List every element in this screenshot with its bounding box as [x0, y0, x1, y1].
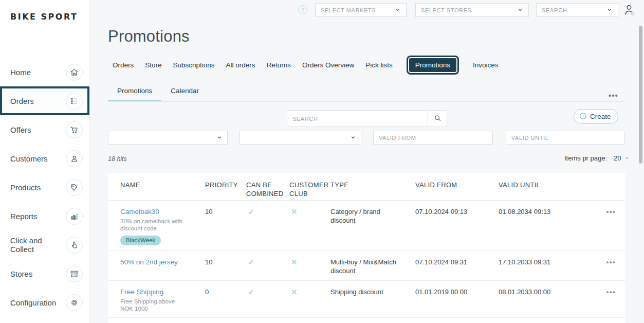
customer-icon: [66, 150, 83, 167]
tab-orders-overview[interactable]: Orders Overview: [302, 61, 354, 69]
chevron-down-icon: [606, 6, 613, 15]
cell-type: Category / brand discount: [330, 207, 415, 225]
sub-tab-bar: PromotionsCalendar: [108, 81, 208, 102]
cell-valid-until: 17.10.2033 09:31: [499, 258, 581, 266]
sidebar-item-label: Products: [10, 183, 41, 192]
sidebar-item-stores[interactable]: Stores: [0, 259, 89, 288]
plus-circle-icon: [579, 112, 587, 122]
sidebar-item-reports[interactable]: Reports: [0, 202, 89, 230]
table-row: 3 for 2 - Helmets 10 ✓ ✕ Multi-buy / Mix…: [108, 318, 625, 323]
promotions-table: NAMEPRIORITYCAN BE COMBINEDCUSTOMER CLUB…: [108, 173, 625, 323]
promotion-name-link[interactable]: 50% on 2nd jersey: [120, 258, 178, 266]
items-per-page-value: 20: [614, 154, 621, 162]
chevron-down-icon: [216, 133, 223, 142]
user-settings-icon[interactable]: [623, 3, 636, 17]
column-header-valid-until: VALID UNTIL: [499, 181, 581, 189]
subtab-calendar[interactable]: Calendar: [161, 81, 208, 102]
cell-valid-from: 07.10.2024 09:31: [415, 258, 499, 266]
table-body: Camelbak30 30% on camelback with discoun…: [108, 201, 625, 323]
sidebar-item-label: Click and Collect: [10, 236, 66, 254]
filter-dropdown-2[interactable]: [240, 131, 361, 145]
chevron-down-icon: [350, 133, 356, 142]
promotion-subtitle: Free Shipping above NOK 1000: [120, 298, 183, 312]
sidebar-item-customers[interactable]: Customers: [0, 144, 89, 173]
tab-pick-lists[interactable]: Pick lists: [365, 61, 393, 69]
table-row: Free Shipping Free Shipping above NOK 10…: [108, 281, 625, 318]
items-per-page-select[interactable]: 20: [614, 154, 629, 162]
scrollbar-thumb[interactable]: [639, 26, 642, 164]
search-input[interactable]: [287, 110, 428, 127]
tab-invoices[interactable]: Invoices: [473, 61, 499, 69]
brand-logo: BIKE SPORT: [10, 12, 78, 21]
create-button[interactable]: Create: [574, 109, 618, 124]
tab-store[interactable]: Store: [145, 61, 161, 69]
help-icon[interactable]: ?: [298, 5, 307, 14]
sidebar-item-label: Customers: [10, 154, 48, 163]
cell-name: 50% on 2nd jersey: [120, 258, 205, 266]
sidebar-item-configuration[interactable]: Configuration: [0, 288, 89, 317]
column-header-type: TYPE: [330, 181, 415, 189]
select-markets-placeholder: SELECT MARKETS: [321, 7, 376, 13]
column-header-priority: PRIORITY: [205, 181, 246, 189]
filter-dropdown-1[interactable]: [108, 131, 228, 145]
select-markets-dropdown[interactable]: SELECT MARKETS: [315, 3, 407, 17]
promotion-badge: BlackWeek: [120, 236, 161, 245]
overflow-menu-icon[interactable]: •••: [609, 92, 618, 100]
sidebar-item-orders[interactable]: Orders: [0, 86, 89, 115]
subtab-promotions[interactable]: Promotions: [108, 81, 161, 102]
cell-priority: 0: [205, 288, 246, 296]
tab-all-orders[interactable]: All orders: [226, 61, 255, 69]
valid-until-input[interactable]: [506, 131, 625, 145]
sidebar-item-label: Stores: [10, 270, 32, 278]
row-actions-menu[interactable]: •••: [606, 208, 616, 216]
tab-subscriptions[interactable]: Subscriptions: [173, 61, 215, 69]
row-actions-menu[interactable]: •••: [606, 288, 616, 296]
cross-icon: ✕: [289, 288, 298, 296]
tab-promotions[interactable]: Promotions: [409, 58, 456, 72]
cell-valid-until: 08.01.2033 00:00: [499, 288, 581, 296]
cell-can-be-combined: ✓: [246, 207, 289, 217]
sidebar-item-home[interactable]: Home: [0, 58, 89, 86]
sidebar-item-label: Configuration: [10, 298, 56, 307]
cell-type: Shipping discount: [330, 288, 415, 296]
row-actions-menu[interactable]: •••: [606, 258, 616, 266]
tab-orders[interactable]: Orders: [113, 61, 134, 69]
column-header-can-be-combined: CAN BE COMBINED: [246, 181, 289, 198]
sidebar-item-products[interactable]: Products: [0, 173, 89, 202]
cross-icon: ✕: [289, 258, 298, 266]
cell-can-be-combined: ✓: [246, 258, 289, 267]
order-list-icon: [66, 93, 83, 110]
tab-returns[interactable]: Returns: [267, 61, 291, 69]
check-icon: ✓: [246, 258, 254, 266]
tag-icon: [66, 179, 83, 196]
gear-icon: [66, 294, 83, 311]
column-header-name: NAME: [120, 181, 205, 189]
valid-from-input[interactable]: [373, 131, 493, 145]
sidebar-item-click-and-collect[interactable]: Click and Collect: [0, 230, 89, 259]
table-header-row: NAMEPRIORITYCAN BE COMBINEDCUSTOMER CLUB…: [108, 173, 625, 201]
sidebar-item-offers[interactable]: Offers: [0, 115, 89, 144]
click-hand-icon: [66, 237, 83, 254]
cell-type: Multi-buy / Mix&Match discount: [330, 258, 415, 275]
promotion-name-link[interactable]: Camelbak30: [120, 207, 159, 216]
cell-priority: 10: [205, 258, 246, 266]
table-row: Camelbak30 30% on camelback with discoun…: [108, 201, 625, 251]
cell-customer-club: ✕: [289, 207, 330, 217]
check-icon: ✓: [246, 288, 254, 296]
items-per-page-label: Items pr page:: [564, 154, 607, 162]
cell-valid-until: 01.08.2034 09:13: [499, 207, 581, 216]
select-stores-dropdown[interactable]: SELECT STORES: [415, 3, 529, 17]
check-icon: ✓: [246, 207, 254, 216]
global-search-dropdown[interactable]: SEARCH: [536, 3, 618, 17]
cell-customer-club: ✕: [289, 288, 330, 297]
global-search-placeholder: SEARCH: [542, 7, 567, 13]
promotion-name-link[interactable]: Free Shipping: [120, 288, 163, 296]
cell-priority: 10: [205, 207, 246, 216]
search-button[interactable]: [428, 110, 447, 127]
cart-icon: [66, 121, 83, 138]
page-title: Promotions: [108, 27, 190, 46]
select-stores-placeholder: SELECT STORES: [421, 7, 471, 13]
sidebar-item-label: Home: [10, 68, 31, 77]
column-header-customer-club: CUSTOMER CLUB: [289, 181, 330, 198]
cell-name: Camelbak30 30% on camelback with discoun…: [120, 207, 205, 245]
